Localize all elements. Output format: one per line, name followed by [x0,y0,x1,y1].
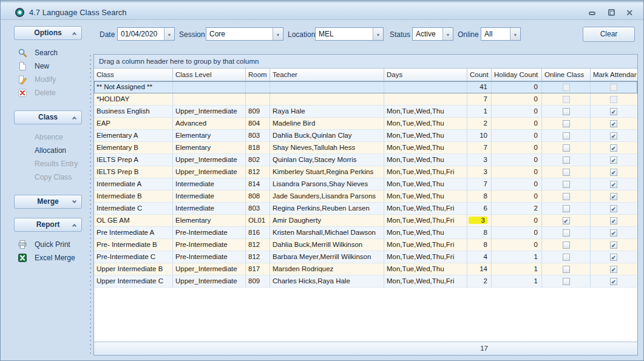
column-header-mark-attendance[interactable]: Mark Attendance [591,69,637,81]
grid-cell: Mon,Tue,Wed,Thu,Fri [384,203,467,215]
table-row[interactable]: Upper Intermediate CUpper_Intermediate80… [94,275,637,288]
sidebar-item-allocation[interactable]: Allocation [5,144,92,157]
table-row[interactable]: Elementary BElementary818Shay Nieves,Tal… [94,142,637,154]
session-dropdown-button[interactable]: ▼ [273,28,283,40]
grid-cell: Pre- Intermediate B [94,239,173,251]
grid-cell [542,118,591,130]
table-row[interactable]: Pre-Intermediate CPre-Intermediate812Bar… [94,251,637,263]
table-row[interactable]: Intermediate CIntermediate803Regina Perk… [94,203,637,215]
date-dropdown-button[interactable]: ▼ [164,28,174,40]
grid-cell: Mon,Tue,Wed,Thu [384,227,467,239]
sidebar-section-merge[interactable]: Merge [14,195,82,209]
grid-cell: Intermediate [173,191,246,203]
sidebar-item-quick-print[interactable]: Quick Print [5,238,92,251]
online-class-checkbox[interactable] [563,241,570,249]
online-class-checkbox[interactable] [563,181,570,188]
grid-cell: 802 [246,154,270,166]
table-row[interactable]: Elementary AElementary803Dahlia Buck,Qui… [94,130,637,142]
column-header-days[interactable]: Days [384,69,467,81]
sidebar-section-options[interactable]: Options [14,26,82,40]
sidebar-item-absence[interactable]: Absence [5,130,92,144]
grid-cell [270,81,384,93]
mark-attendance-checkbox[interactable]: ✔ [610,217,617,224]
clear-button[interactable]: Clear [583,27,635,42]
mark-attendance-checkbox[interactable]: ✔ [610,278,617,285]
table-row[interactable]: OL GE AMElementaryOL01Amir DaughertyMon,… [94,215,637,227]
sidebar-section-report[interactable]: Report [14,218,82,232]
online-class-checkbox[interactable]: ✔ [563,217,570,224]
mark-attendance-checkbox[interactable]: ✔ [610,181,617,188]
grid-cell: ✔ [591,106,637,118]
column-header-teacher[interactable]: Teacher [270,69,384,81]
online-class-checkbox[interactable] [563,132,570,140]
sidebar-item-label: Absence [35,133,63,141]
table-row[interactable]: Intermediate AIntermediate814Lisandra Pa… [94,178,637,191]
main-panel: Date 01/04/2020 ▼ Session Core ▼ Locatio… [93,1,638,361]
modify-pencil-icon [18,75,27,84]
online-class-checkbox[interactable] [563,266,570,273]
table-row[interactable]: Business EnglishUpper_Intermediate809Ray… [94,106,637,118]
table-row[interactable]: Upper Intermediate BUpper_Intermediate81… [94,263,637,275]
column-header-holiday-count[interactable]: Holiday Count [492,69,542,81]
table-row[interactable]: IELTS Prep BUpper_Intermediate812Kimberl… [94,166,637,178]
column-header-count[interactable]: Count [467,69,492,81]
mark-attendance-checkbox[interactable]: ✔ [610,229,617,237]
online-class-checkbox[interactable] [563,278,570,285]
table-row[interactable]: ** Not Assigned **410 [94,81,637,93]
online-class-checkbox[interactable] [563,120,570,127]
sidebar-item-copy-class[interactable]: Copy Class [5,170,92,184]
online-class-checkbox[interactable] [563,205,570,212]
location-dropdown-button[interactable]: ▼ [373,28,383,40]
session-value: Core [206,28,273,40]
mark-attendance-checkbox[interactable]: ✔ [610,132,617,140]
mark-attendance-checkbox[interactable]: ✔ [610,144,617,152]
mark-attendance-checkbox[interactable]: ✔ [610,205,617,212]
mark-attendance-checkbox[interactable]: ✔ [610,266,617,273]
mark-attendance-checkbox[interactable]: ✔ [610,254,617,261]
grid-cell: 1 [492,263,542,275]
sidebar-item-results-entry[interactable]: Results Entry [5,157,92,170]
sidebar-item-search[interactable]: Search [5,46,92,59]
sidebar-item-new[interactable]: New [5,59,92,73]
sidebar-item-delete[interactable]: Delete [5,86,92,100]
table-row[interactable]: IELTS Prep AUpper_Intermediate802Quinlan… [94,154,637,166]
sidebar-item-excel-merge[interactable]: Excel Merge [5,251,92,265]
location-combo[interactable]: MEL ▼ [315,27,384,41]
table-row[interactable]: Pre- Intermediate BPre-Intermediate812Da… [94,239,637,251]
status-combo[interactable]: Active ▼ [412,27,453,41]
online-combo[interactable]: All ▼ [481,27,521,41]
column-header-class[interactable]: Class [94,69,173,81]
table-row[interactable]: Pre Intermediate APre-Intermediate816Kri… [94,227,637,239]
table-row[interactable]: *HOLIDAY70 [94,93,637,106]
session-combo[interactable]: Core ▼ [206,27,283,41]
mark-attendance-checkbox[interactable]: ✔ [610,169,617,176]
online-class-checkbox[interactable] [563,108,570,115]
column-header-class-level[interactable]: Class Level [173,69,246,81]
group-by-bar[interactable]: Drag a column header here to group by th… [94,55,637,69]
grid-cell: 0 [492,154,542,166]
online-class-checkbox[interactable] [563,169,570,176]
date-combo[interactable]: 01/04/2020 ▼ [117,27,175,41]
online-class-checkbox[interactable] [563,254,570,261]
online-dropdown-button[interactable]: ▼ [510,28,520,40]
table-row[interactable]: Intermediate BIntermediate808Jade Saunde… [94,191,637,203]
online-class-checkbox[interactable] [563,144,570,152]
grid-cell: 4 [467,251,492,263]
column-header-room[interactable]: Room [246,69,270,81]
sidebar-item-modify[interactable]: Modify [5,73,92,86]
grid-cell: Regina Perkins,Reuben Larsen [270,203,384,215]
online-class-checkbox[interactable] [563,229,570,237]
column-header-online-class[interactable]: Online Class [542,69,591,81]
status-dropdown-button[interactable]: ▼ [442,28,453,40]
sidebar-splitter[interactable] [89,55,92,354]
mark-attendance-checkbox[interactable]: ✔ [610,157,617,164]
mark-attendance-checkbox[interactable]: ✔ [610,241,617,249]
sidebar-item-label: New [35,62,49,70]
online-class-checkbox[interactable] [563,157,570,164]
online-class-checkbox[interactable] [563,193,570,200]
mark-attendance-checkbox[interactable]: ✔ [610,120,617,127]
mark-attendance-checkbox[interactable]: ✔ [610,108,617,115]
sidebar-section-class[interactable]: Class [14,110,82,124]
mark-attendance-checkbox[interactable]: ✔ [610,193,617,200]
table-row[interactable]: EAPAdvanced804Madeline BirdMon,Tue,Wed,T… [94,118,637,130]
